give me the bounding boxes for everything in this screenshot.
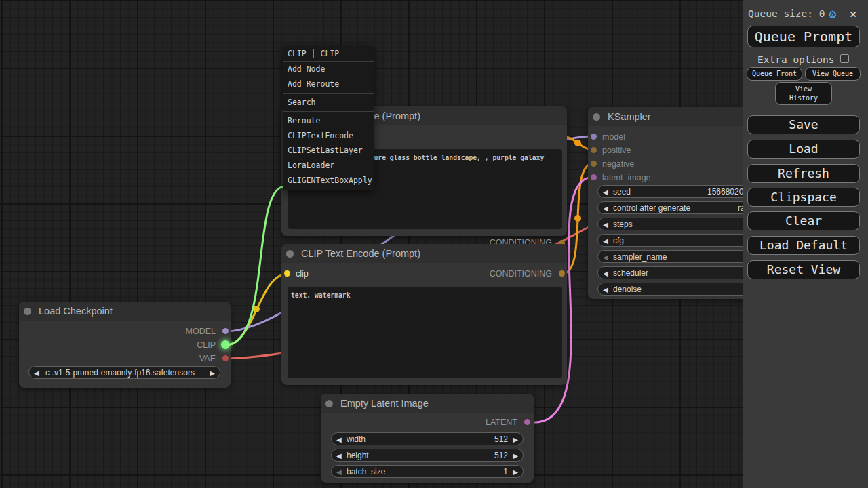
input-slot-positive[interactable] (591, 147, 597, 153)
menu-item-loraloader[interactable]: LoraLoader (283, 158, 374, 173)
menu-item-search[interactable]: Search (283, 95, 374, 110)
output-label-model: MODEL (186, 327, 216, 336)
widget-value: 1 (503, 466, 508, 478)
refresh-button[interactable]: Refresh (747, 164, 860, 183)
widget-height[interactable]: ◀ height 512 ▶ (331, 449, 524, 462)
widget-width[interactable]: ◀ width 512 ▶ (331, 432, 524, 445)
collapse-dot-icon[interactable] (593, 113, 600, 121)
collapse-dot-icon[interactable] (24, 308, 31, 315)
input-label-positive: positive (602, 146, 631, 155)
collapse-dot-icon[interactable] (286, 250, 294, 258)
menu-item-add-node[interactable]: Add Node (283, 62, 374, 77)
decrement-arrow-icon[interactable]: ◀ (336, 466, 342, 478)
menu-item-cliptextencode[interactable]: CLIPTextEncode (283, 128, 374, 143)
increment-arrow-icon[interactable]: ▶ (513, 466, 518, 478)
node-title-bar[interactable]: Load Checkpoint (19, 302, 231, 321)
widget-value: v1-5-pruned-emaonly-fp16.safetensors (29, 367, 220, 379)
extra-options-label: Extra options (757, 54, 835, 65)
output-label-conditioning: CONDITIONING (490, 269, 552, 279)
extra-options-checkbox[interactable] (840, 54, 849, 63)
increment-arrow-icon[interactable]: ▶ (513, 434, 518, 445)
input-label-latent-image: latent_image (602, 173, 651, 182)
input-label-negative: negative (602, 159, 634, 169)
widget-steps[interactable]: ◀ steps (597, 218, 757, 230)
widget-label: batch_size (347, 466, 385, 478)
menu-item-reroute[interactable]: Reroute (283, 113, 374, 128)
load-default-button[interactable]: Load Default (747, 236, 860, 255)
widget-control-after-generate[interactable]: ◀ control after generate randomize (597, 201, 757, 214)
node-empty-latent-image: Empty Latent Image LATENT ◀ width 512 ▶ … (321, 394, 534, 483)
widget-value: 512 (494, 450, 508, 462)
view-history-button[interactable]: View History (775, 82, 832, 105)
widget-denoise[interactable]: ◀ denoise (597, 283, 757, 296)
decrement-arrow-icon[interactable]: ◀ (336, 434, 342, 445)
widget-ckpt-name[interactable]: ◀ c ... v1-5-pruned-emaonly-fp16.safeten… (28, 366, 220, 379)
input-slot-clip[interactable] (284, 270, 290, 277)
widget-value: 512 (494, 434, 508, 445)
collapse-dot-icon[interactable] (326, 400, 333, 407)
widget-label: control after generate (613, 203, 690, 214)
view-queue-button[interactable]: View Queue (805, 67, 861, 81)
widget-label: seed (613, 186, 631, 198)
menu-item-add-reroute[interactable]: Add Reroute (283, 77, 374, 92)
increment-arrow-icon[interactable]: ▶ (513, 450, 518, 462)
comfy-menu-panel: Queue size: 0 ⚙ ✕ Queue Prompt Extra opt… (743, 0, 868, 488)
input-slot-latent-image[interactable] (591, 174, 597, 180)
widget-label: denoise (613, 284, 642, 296)
clear-button[interactable]: Clear (747, 211, 860, 230)
menu-separator (283, 111, 374, 112)
reset-view-button[interactable]: Reset View (747, 260, 860, 279)
node-title-bar[interactable]: CLIP Text Encode (Prompt) (281, 244, 567, 263)
queue-front-button[interactable]: Queue Front (747, 67, 802, 81)
input-label-model: model (602, 132, 625, 142)
widget-label: scheduler (613, 268, 648, 279)
widget-label: width (347, 434, 366, 445)
output-slot-clip-active[interactable] (221, 340, 230, 349)
decrement-arrow-icon[interactable]: ◀ (603, 268, 608, 279)
output-slot-conditioning[interactable] (559, 270, 565, 277)
widget-label: sampler_name (613, 251, 667, 263)
input-slot-negative[interactable] (591, 161, 597, 167)
widget-sampler-name[interactable]: ◀ sampler_name (597, 250, 757, 263)
save-button[interactable]: Save (747, 115, 860, 134)
decrement-arrow-icon[interactable]: ◀ (603, 251, 608, 263)
input-label-clip: clip (296, 269, 309, 279)
decrement-arrow-icon[interactable]: ◀ (603, 219, 608, 230)
widget-scheduler[interactable]: ◀ scheduler (597, 266, 757, 279)
decrement-arrow-icon[interactable]: ◀ (336, 450, 342, 462)
node-title: Load Checkpoint (39, 302, 113, 321)
output-slot-latent[interactable] (524, 419, 530, 425)
widget-label: steps (613, 219, 633, 230)
decrement-arrow-icon[interactable]: ◀ (603, 284, 608, 296)
decrement-arrow-icon[interactable]: ◀ (603, 235, 608, 247)
node-title: KSampler (608, 107, 651, 126)
output-label-latent: LATENT (486, 418, 517, 427)
load-button[interactable]: Load (747, 140, 860, 159)
queue-prompt-button[interactable]: Queue Prompt (747, 26, 860, 47)
node-load-checkpoint: Load Checkpoint MODEL CLIP VAE ◀ c ... v… (19, 302, 231, 388)
widget-label: cfg (613, 235, 624, 247)
output-label-clip: CLIP (197, 340, 216, 350)
next-option-arrow-icon[interactable]: ▶ (210, 367, 215, 379)
close-icon[interactable]: ✕ (850, 7, 856, 20)
node-title-bar[interactable]: Empty Latent Image (321, 394, 534, 413)
output-slot-vae[interactable] (222, 355, 229, 361)
widget-batch-size[interactable]: ◀ batch_size 1 ▶ (331, 465, 524, 478)
settings-gear-icon[interactable]: ⚙ (829, 6, 836, 21)
decrement-arrow-icon[interactable]: ◀ (603, 203, 608, 214)
menu-separator (283, 93, 374, 94)
prompt-textarea[interactable]: text, watermark (288, 287, 562, 378)
context-menu-title: CLIP | CLIP (283, 46, 374, 62)
decrement-arrow-icon[interactable]: ◀ (603, 186, 608, 198)
input-slot-model[interactable] (591, 134, 597, 140)
node-clip-text-encode-bottom: CLIP Text Encode (Prompt) clip CONDITION… (281, 244, 567, 385)
menu-item-gligentextboxapply[interactable]: GLIGENTextBoxApply (283, 173, 374, 188)
widget-label: height (347, 450, 369, 462)
widget-seed[interactable]: ◀ seed 1566802087 ▶ (597, 185, 757, 198)
output-slot-model[interactable] (222, 328, 229, 334)
menu-item-clipsetlastlayer[interactable]: CLIPSetLastLayer (283, 143, 374, 158)
node-title: Empty Latent Image (340, 394, 429, 413)
output-label-vae: VAE (199, 354, 216, 363)
widget-cfg[interactable]: ◀ cfg (597, 234, 757, 247)
clipspace-button[interactable]: Clipspace (747, 188, 860, 207)
